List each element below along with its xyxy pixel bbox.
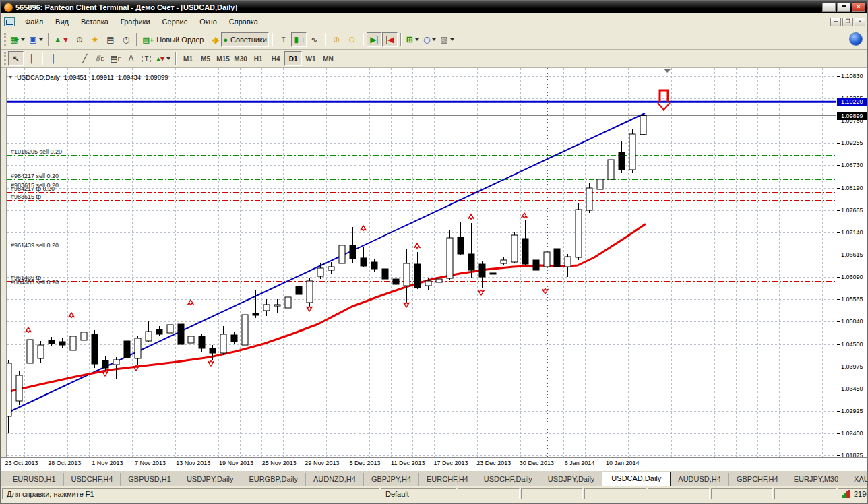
text-tool-button[interactable]: A: [123, 51, 139, 66]
period-button-W1[interactable]: W1: [302, 51, 319, 66]
profiles-button[interactable]: ▣: [27, 32, 44, 47]
status-empty-cell: [774, 488, 836, 499]
restore-button[interactable]: [837, 3, 850, 12]
status-profile[interactable]: Default: [381, 488, 456, 499]
period-button-M15[interactable]: M15: [214, 51, 232, 66]
notification-icon[interactable]: [849, 32, 863, 46]
period-button-D1[interactable]: D1: [284, 51, 302, 66]
crosshair-tool-button[interactable]: ┼: [24, 51, 39, 66]
tab-USDCHF,H4[interactable]: USDCHF,H4: [63, 473, 121, 486]
tab-GBPUSD,H1[interactable]: GBPUSD,H1: [120, 473, 179, 486]
child-minimize-button[interactable]: ─: [830, 18, 841, 26]
candle-body-bull: [27, 340, 33, 363]
tab-EURCHF,H4[interactable]: EURCHF,H4: [418, 473, 476, 486]
new-chart-button[interactable]: ▦+: [8, 32, 27, 47]
candle-body-bull: [242, 315, 248, 345]
child-close-button[interactable]: ×: [855, 18, 865, 26]
price-tick-label: 1.06090: [841, 274, 863, 280]
date-tick-label: 30 Dec 2013: [520, 460, 554, 466]
indicators-button[interactable]: ⊞: [404, 32, 421, 47]
fibonacci-tool-button[interactable]: ▤F: [108, 51, 123, 66]
period-button-H4[interactable]: H4: [267, 51, 284, 66]
tab-USDJPY,Daily[interactable]: USDJPY,Daily: [179, 473, 241, 486]
period-button-H1[interactable]: H1: [249, 51, 267, 66]
candle-body-bull: [113, 360, 119, 365]
menu-item-Файл[interactable]: Файл: [19, 15, 49, 28]
zoom-in-button[interactable]: ⊕: [329, 32, 344, 47]
candle-body-bull: [586, 188, 592, 210]
trendline-tool-button[interactable]: ╱: [77, 51, 92, 66]
metaeditor-button[interactable]: ◆!: [206, 32, 221, 47]
menu-item-Справка[interactable]: Справка: [223, 15, 264, 28]
child-restore-button[interactable]: ❐: [842, 18, 853, 26]
arrows-tool-button[interactable]: ▴▾: [154, 51, 173, 66]
zoom-out-button[interactable]: ⊖: [344, 32, 360, 47]
date-tick-label: 17 Dec 2013: [433, 460, 468, 466]
toolbar-grip[interactable]: [4, 33, 6, 46]
expert-advisors-button[interactable]: ●Советники: [221, 32, 268, 47]
tab-EURUSD,H1[interactable]: EURUSD,H1: [5, 473, 63, 486]
candlestick-chart-button[interactable]: ▮□: [291, 32, 307, 47]
menu-item-Сервис[interactable]: Сервис: [156, 15, 194, 28]
minimize-button[interactable]: ─: [822, 3, 836, 12]
tab-AUDUSD,H4[interactable]: AUDUSD,H4: [671, 473, 728, 486]
cursor-tool-button[interactable]: ↖: [8, 51, 24, 66]
auto-scroll-button[interactable]: ▶|: [367, 32, 382, 47]
menu-item-Вставка[interactable]: Вставка: [75, 15, 115, 28]
bar-chart-button[interactable]: ⌶: [276, 32, 291, 47]
level-price-badge: 1.10220: [837, 98, 868, 106]
menu-item-Вид[interactable]: Вид: [49, 15, 75, 28]
symbol-dropdown-icon[interactable]: ▼: [8, 75, 13, 80]
date-tick-label: 13 Nov 2013: [176, 460, 210, 466]
date-tick-label: 19 Nov 2013: [219, 460, 253, 466]
chart-shift-button[interactable]: |◀: [382, 32, 398, 47]
templates-button[interactable]: ▨: [438, 32, 456, 47]
menu-item-Окно[interactable]: Окно: [193, 15, 223, 28]
price-tick-label: 1.03975: [841, 363, 863, 370]
period-button-MN[interactable]: MN: [319, 51, 337, 66]
order-label: #1016205 sell 0.20: [11, 148, 62, 155]
candle-body-bear: [231, 335, 237, 342]
terminal-button[interactable]: ▤: [102, 32, 118, 47]
tab-USDCHF,Daily[interactable]: USDCHF,Daily: [476, 473, 540, 486]
time-axis[interactable]: 23 Oct 201328 Oct 20131 Nov 20137 Nov 20…: [1, 457, 868, 470]
candle-body-bull: [565, 257, 571, 267]
strategy-tester-button[interactable]: ◷: [118, 32, 133, 47]
new-order-button[interactable]: ▤+Новый Ордер: [140, 32, 206, 47]
tab-EURGBP,Daily[interactable]: EURGBP,Daily: [241, 473, 305, 486]
market-watch-button[interactable]: ▲▼: [52, 32, 72, 47]
candle-body-bear: [102, 360, 108, 368]
text-label-tool-button[interactable]: T: [139, 51, 154, 66]
chart-canvas[interactable]: #1016205 sell 0.20#984217 sell 0.20#9836…: [1, 68, 836, 457]
toolbar-grip[interactable]: [4, 52, 6, 65]
candle-body-bear: [253, 313, 259, 315]
sell-signal-arrow-icon[interactable]: [660, 90, 668, 102]
tab-GBPJPY,H4[interactable]: GBPJPY,H4: [363, 473, 418, 486]
tab-USDCAD,Daily[interactable]: USDCAD,Daily: [602, 472, 671, 486]
close-button[interactable]: ×: [852, 3, 865, 12]
tab-USDJPY,Daily[interactable]: USDJPY,Daily: [540, 473, 602, 486]
vertical-line-tool-button[interactable]: │: [46, 51, 61, 66]
tab-XAUUSD,H4[interactable]: XAUUSD,H4: [846, 473, 868, 486]
candle-body-bear: [554, 249, 560, 267]
date-tick-label: 7 Nov 2013: [135, 460, 166, 466]
channel-tool-button[interactable]: ⫻E: [92, 51, 108, 66]
chart-window-icon[interactable]: [4, 17, 15, 26]
tab-AUDNZD,H4[interactable]: AUDNZD,H4: [305, 473, 363, 486]
tab-EURJPY,M30[interactable]: EURJPY,M30: [786, 473, 846, 486]
date-tick-label: 23 Oct 2013: [5, 460, 38, 466]
price-axis[interactable]: 1.108301.103051.097801.092551.087301.081…: [836, 68, 868, 457]
period-button-M1[interactable]: M1: [179, 51, 197, 66]
menu-item-Графики[interactable]: Графики: [115, 15, 156, 28]
price-tick-label: 1.05565: [841, 296, 863, 303]
fractal-up-icon: [26, 327, 32, 333]
price-tick-label: 1.06615: [841, 251, 863, 258]
horizontal-line-tool-button[interactable]: ─: [61, 51, 77, 66]
data-window-button[interactable]: ⊕: [71, 32, 87, 47]
periods-dropdown-button[interactable]: ◷: [421, 32, 438, 47]
period-button-M5[interactable]: M5: [197, 51, 214, 66]
line-chart-button[interactable]: ∿: [307, 32, 322, 47]
navigator-button[interactable]: ★: [87, 32, 102, 47]
period-button-M30[interactable]: M30: [232, 51, 249, 66]
tab-GBPCHF,H4[interactable]: GBPCHF,H4: [728, 473, 786, 486]
